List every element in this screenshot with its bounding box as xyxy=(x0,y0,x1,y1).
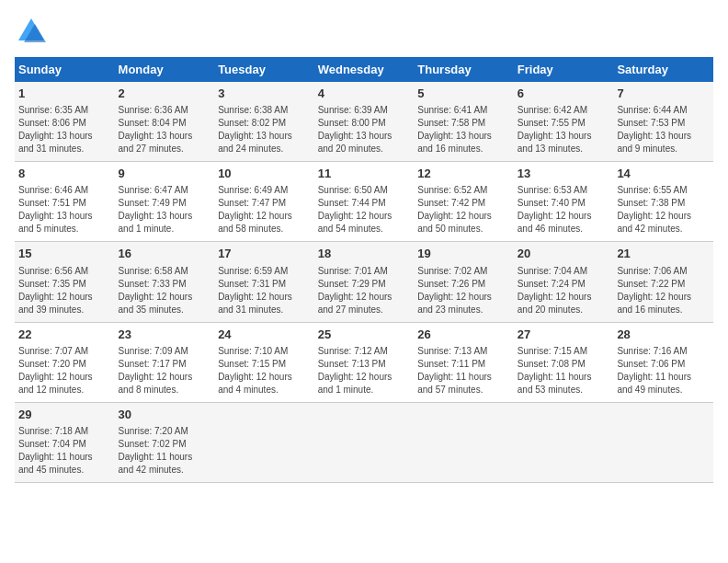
day-info: Sunrise: 6:41 AM Sunset: 7:58 PM Dayligh… xyxy=(417,104,510,155)
day-number: 16 xyxy=(119,246,211,262)
day-cell: 8Sunrise: 6:46 AM Sunset: 7:51 PM Daylig… xyxy=(15,162,115,242)
day-info: Sunrise: 6:36 AM Sunset: 8:04 PM Dayligh… xyxy=(119,104,211,155)
column-header-tuesday: Tuesday xyxy=(214,57,314,82)
week-row-4: 22Sunrise: 7:07 AM Sunset: 7:20 PM Dayli… xyxy=(15,322,713,402)
day-number: 27 xyxy=(518,327,610,343)
day-cell xyxy=(214,402,314,482)
week-row-5: 29Sunrise: 7:18 AM Sunset: 7:04 PM Dayli… xyxy=(15,402,713,482)
day-cell xyxy=(414,402,514,482)
day-cell: 17Sunrise: 6:59 AM Sunset: 7:31 PM Dayli… xyxy=(214,242,314,322)
column-header-friday: Friday xyxy=(514,57,614,82)
day-cell: 2Sunrise: 6:36 AM Sunset: 8:04 PM Daylig… xyxy=(115,82,215,162)
day-info: Sunrise: 7:02 AM Sunset: 7:26 PM Dayligh… xyxy=(417,265,510,316)
column-header-saturday: Saturday xyxy=(613,57,713,82)
day-info: Sunrise: 6:46 AM Sunset: 7:51 PM Dayligh… xyxy=(18,184,111,236)
day-cell: 29Sunrise: 7:18 AM Sunset: 7:04 PM Dayli… xyxy=(15,402,115,482)
column-headers: SundayMondayTuesdayWednesdayThursdayFrid… xyxy=(15,57,713,82)
day-cell: 21Sunrise: 7:06 AM Sunset: 7:22 PM Dayli… xyxy=(613,242,713,322)
day-cell: 15Sunrise: 6:56 AM Sunset: 7:35 PM Dayli… xyxy=(15,242,115,322)
day-cell: 5Sunrise: 6:41 AM Sunset: 7:58 PM Daylig… xyxy=(414,82,514,162)
day-cell: 16Sunrise: 6:58 AM Sunset: 7:33 PM Dayli… xyxy=(115,242,215,322)
day-cell xyxy=(514,402,614,482)
day-cell: 1Sunrise: 6:35 AM Sunset: 8:06 PM Daylig… xyxy=(15,82,115,162)
day-info: Sunrise: 7:15 AM Sunset: 7:08 PM Dayligh… xyxy=(518,345,610,396)
day-number: 21 xyxy=(617,246,710,262)
day-cell: 28Sunrise: 7:16 AM Sunset: 7:06 PM Dayli… xyxy=(613,322,713,402)
day-info: Sunrise: 7:07 AM Sunset: 7:20 PM Dayligh… xyxy=(18,345,111,396)
day-cell: 25Sunrise: 7:12 AM Sunset: 7:13 PM Dayli… xyxy=(314,322,415,402)
day-number: 12 xyxy=(417,166,510,182)
day-cell: 4Sunrise: 6:39 AM Sunset: 8:00 PM Daylig… xyxy=(314,82,415,162)
day-cell: 6Sunrise: 6:42 AM Sunset: 7:55 PM Daylig… xyxy=(514,82,614,162)
day-info: Sunrise: 7:12 AM Sunset: 7:13 PM Dayligh… xyxy=(318,345,411,396)
column-header-sunday: Sunday xyxy=(15,57,115,82)
day-info: Sunrise: 6:42 AM Sunset: 7:55 PM Dayligh… xyxy=(518,104,610,155)
day-number: 6 xyxy=(518,86,610,102)
day-cell: 11Sunrise: 6:50 AM Sunset: 7:44 PM Dayli… xyxy=(314,162,415,242)
day-cell: 19Sunrise: 7:02 AM Sunset: 7:26 PM Dayli… xyxy=(414,242,514,322)
day-info: Sunrise: 7:16 AM Sunset: 7:06 PM Dayligh… xyxy=(617,345,710,396)
day-info: Sunrise: 6:35 AM Sunset: 8:06 PM Dayligh… xyxy=(18,104,111,155)
day-number: 20 xyxy=(518,246,610,262)
day-cell: 10Sunrise: 6:49 AM Sunset: 7:47 PM Dayli… xyxy=(214,162,314,242)
day-cell: 20Sunrise: 7:04 AM Sunset: 7:24 PM Dayli… xyxy=(514,242,614,322)
day-info: Sunrise: 7:06 AM Sunset: 7:22 PM Dayligh… xyxy=(617,265,710,316)
day-number: 28 xyxy=(617,327,710,343)
day-number: 19 xyxy=(417,246,510,262)
week-row-2: 8Sunrise: 6:46 AM Sunset: 7:51 PM Daylig… xyxy=(15,162,713,242)
logo-icon xyxy=(15,15,48,48)
day-info: Sunrise: 7:13 AM Sunset: 7:11 PM Dayligh… xyxy=(417,345,510,396)
day-number: 1 xyxy=(18,86,111,102)
day-number: 8 xyxy=(18,166,111,182)
day-cell: 18Sunrise: 7:01 AM Sunset: 7:29 PM Dayli… xyxy=(314,242,415,322)
day-number: 26 xyxy=(417,327,510,343)
logo xyxy=(15,15,53,48)
calendar-body: 1Sunrise: 6:35 AM Sunset: 8:06 PM Daylig… xyxy=(15,82,713,482)
day-cell: 22Sunrise: 7:07 AM Sunset: 7:20 PM Dayli… xyxy=(15,322,115,402)
day-cell: 30Sunrise: 7:20 AM Sunset: 7:02 PM Dayli… xyxy=(115,402,215,482)
day-cell xyxy=(314,402,415,482)
column-header-monday: Monday xyxy=(115,57,215,82)
day-cell: 3Sunrise: 6:38 AM Sunset: 8:02 PM Daylig… xyxy=(214,82,314,162)
day-cell: 26Sunrise: 7:13 AM Sunset: 7:11 PM Dayli… xyxy=(414,322,514,402)
day-cell: 12Sunrise: 6:52 AM Sunset: 7:42 PM Dayli… xyxy=(414,162,514,242)
day-info: Sunrise: 6:50 AM Sunset: 7:44 PM Dayligh… xyxy=(318,184,411,236)
day-cell: 13Sunrise: 6:53 AM Sunset: 7:40 PM Dayli… xyxy=(514,162,614,242)
day-number: 13 xyxy=(518,166,610,182)
day-number: 17 xyxy=(218,246,311,262)
day-number: 24 xyxy=(218,327,311,343)
day-cell: 14Sunrise: 6:55 AM Sunset: 7:38 PM Dayli… xyxy=(613,162,713,242)
day-number: 10 xyxy=(218,166,311,182)
day-number: 4 xyxy=(318,86,411,102)
day-info: Sunrise: 6:39 AM Sunset: 8:00 PM Dayligh… xyxy=(318,104,411,155)
day-cell: 24Sunrise: 7:10 AM Sunset: 7:15 PM Dayli… xyxy=(214,322,314,402)
day-number: 2 xyxy=(119,86,211,102)
day-cell: 23Sunrise: 7:09 AM Sunset: 7:17 PM Dayli… xyxy=(115,322,215,402)
day-info: Sunrise: 7:01 AM Sunset: 7:29 PM Dayligh… xyxy=(318,265,411,316)
day-info: Sunrise: 6:38 AM Sunset: 8:02 PM Dayligh… xyxy=(218,104,311,155)
day-number: 29 xyxy=(18,407,111,423)
calendar-table: SundayMondayTuesdayWednesdayThursdayFrid… xyxy=(15,57,713,483)
day-info: Sunrise: 6:47 AM Sunset: 7:49 PM Dayligh… xyxy=(119,184,211,236)
day-info: Sunrise: 7:18 AM Sunset: 7:04 PM Dayligh… xyxy=(18,425,111,477)
day-number: 11 xyxy=(318,166,411,182)
day-info: Sunrise: 6:59 AM Sunset: 7:31 PM Dayligh… xyxy=(218,265,311,316)
week-row-3: 15Sunrise: 6:56 AM Sunset: 7:35 PM Dayli… xyxy=(15,242,713,322)
day-info: Sunrise: 7:10 AM Sunset: 7:15 PM Dayligh… xyxy=(218,345,311,396)
week-row-1: 1Sunrise: 6:35 AM Sunset: 8:06 PM Daylig… xyxy=(15,82,713,162)
day-number: 5 xyxy=(417,86,510,102)
day-number: 14 xyxy=(617,166,710,182)
day-number: 30 xyxy=(119,407,211,423)
day-info: Sunrise: 6:49 AM Sunset: 7:47 PM Dayligh… xyxy=(218,184,311,236)
day-info: Sunrise: 7:09 AM Sunset: 7:17 PM Dayligh… xyxy=(119,345,211,396)
day-cell: 7Sunrise: 6:44 AM Sunset: 7:53 PM Daylig… xyxy=(613,82,713,162)
day-number: 25 xyxy=(318,327,411,343)
header xyxy=(15,15,713,48)
day-info: Sunrise: 6:44 AM Sunset: 7:53 PM Dayligh… xyxy=(617,104,710,155)
day-info: Sunrise: 6:58 AM Sunset: 7:33 PM Dayligh… xyxy=(119,265,211,316)
day-number: 15 xyxy=(18,246,111,262)
day-number: 18 xyxy=(318,246,411,262)
day-info: Sunrise: 6:56 AM Sunset: 7:35 PM Dayligh… xyxy=(18,265,111,316)
day-info: Sunrise: 7:20 AM Sunset: 7:02 PM Dayligh… xyxy=(119,425,211,477)
day-number: 23 xyxy=(119,327,211,343)
